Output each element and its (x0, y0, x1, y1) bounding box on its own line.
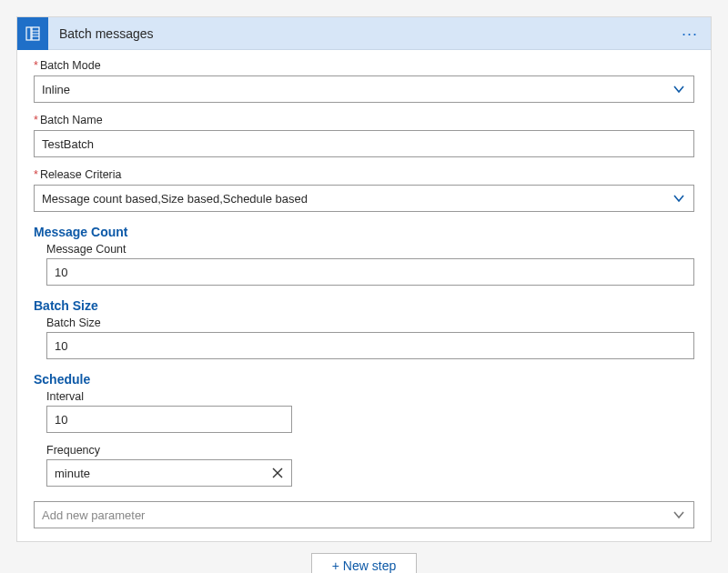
batch-mode-select[interactable]: Inline (34, 75, 694, 103)
more-options-button[interactable]: ··· (678, 29, 702, 38)
card-header: Batch messages ··· (17, 17, 711, 50)
batch-size-section-title: Batch Size (34, 298, 694, 313)
message-count-value: 10 (55, 266, 67, 279)
batch-name-label: Batch Name (34, 114, 694, 126)
clear-icon[interactable] (271, 467, 284, 479)
release-criteria-label: Release Criteria (34, 168, 694, 181)
chevron-down-icon (672, 508, 686, 522)
interval-input[interactable]: 10 (46, 406, 292, 433)
frequency-value: minute (55, 467, 90, 480)
schedule-section-title: Schedule (34, 372, 694, 387)
message-count-section-title: Message Count (34, 225, 694, 239)
batch-mode-label: Batch Mode (34, 59, 694, 72)
batch-name-value: TestBatch (42, 137, 94, 151)
add-new-parameter-placeholder: Add new parameter (42, 508, 145, 522)
svg-rect-0 (26, 27, 31, 40)
card-title: Batch messages (59, 26, 678, 41)
new-step-row: + New step (16, 553, 712, 573)
frequency-label: Frequency (46, 444, 694, 457)
interval-label: Interval (46, 390, 694, 403)
batch-icon (17, 17, 48, 50)
chevron-down-icon (672, 82, 686, 96)
new-step-button[interactable]: + New step (311, 553, 417, 573)
message-count-input[interactable]: 10 (46, 258, 694, 286)
chevron-down-icon (672, 191, 686, 206)
batch-mode-value: Inline (42, 83, 70, 96)
batch-size-field-label: Batch Size (46, 317, 694, 329)
interval-value: 10 (55, 413, 67, 427)
batch-messages-card: Batch messages ··· Batch Mode Inline Bat… (16, 16, 712, 542)
release-criteria-select[interactable]: Message count based,Size based,Schedule … (34, 185, 694, 212)
add-new-parameter-select[interactable]: Add new parameter (34, 501, 694, 528)
release-criteria-value: Message count based,Size based,Schedule … (42, 192, 308, 206)
batch-size-input[interactable]: 10 (46, 332, 694, 359)
message-count-field-label: Message Count (46, 243, 694, 256)
frequency-select[interactable]: minute (46, 459, 292, 487)
batch-name-input[interactable]: TestBatch (34, 130, 694, 157)
batch-size-value: 10 (55, 339, 67, 353)
card-body: Batch Mode Inline Batch Name TestBatch R… (17, 50, 711, 541)
